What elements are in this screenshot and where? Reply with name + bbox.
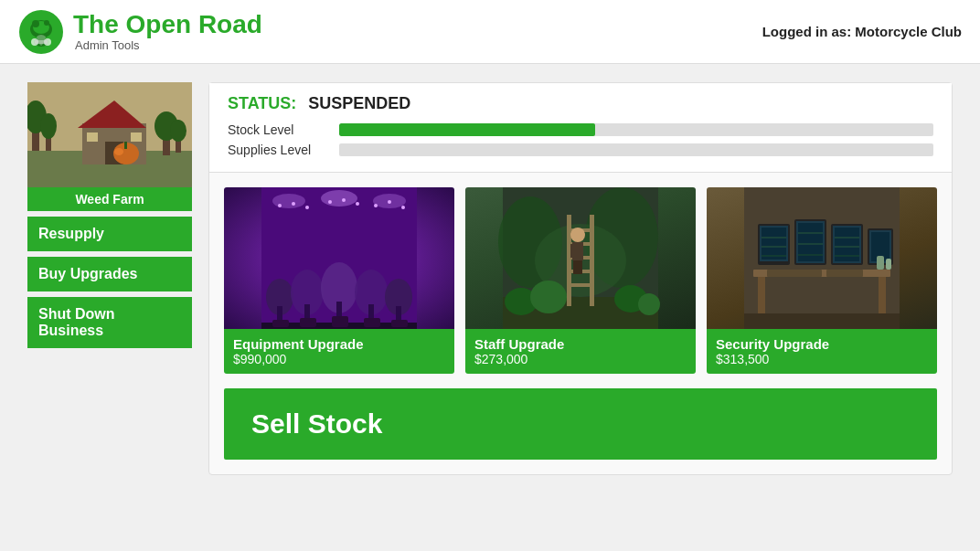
farm-scene-svg — [27, 82, 192, 187]
resupply-button[interactable]: Resupply — [27, 217, 192, 251]
security-upgrade-info: Security Upgrade $313,500 — [707, 329, 937, 374]
svg-rect-52 — [300, 318, 316, 327]
equipment-upgrade-name: Equipment Upgrade — [233, 336, 445, 352]
security-upgrade-name: Security Upgrade — [716, 336, 928, 352]
svg-rect-81 — [879, 277, 886, 313]
svg-point-37 — [374, 204, 378, 207]
svg-point-34 — [328, 200, 332, 204]
status-label: STATUS: — [228, 94, 296, 112]
svg-point-35 — [342, 198, 346, 202]
svg-point-31 — [278, 204, 282, 207]
staff-interior — [465, 187, 696, 329]
svg-point-4 — [44, 20, 49, 26]
login-user: Motorcycle Club — [855, 24, 962, 39]
svg-rect-51 — [272, 320, 289, 327]
equipment-upgrade-info: Equipment Upgrade $990,000 — [224, 329, 454, 374]
stock-level-label: Stock Level — [228, 122, 328, 137]
svg-point-38 — [388, 200, 391, 204]
svg-point-29 — [321, 190, 357, 207]
svg-point-3 — [32, 20, 39, 27]
security-upgrade-image — [707, 187, 937, 329]
svg-point-36 — [356, 202, 359, 206]
logo-icon — [18, 9, 64, 55]
svg-rect-90 — [798, 223, 823, 261]
status-bar: STATUS: SUSPENDED Stock Level Supplies L… — [209, 83, 952, 173]
svg-point-23 — [170, 120, 186, 142]
svg-point-32 — [292, 202, 295, 206]
equipment-upgrade-image — [224, 187, 454, 329]
svg-rect-105 — [877, 256, 884, 270]
security-interior — [707, 187, 937, 329]
status-value: SUSPENDED — [308, 94, 410, 112]
staff-upgrade-card[interactable]: Staff Upgrade $273,000 — [465, 187, 696, 374]
staff-upgrade-price: $273,000 — [474, 352, 687, 366]
supplies-level-row: Supplies Level — [228, 143, 933, 157]
svg-point-68 — [570, 228, 585, 242]
security-upgrade-price: $313,500 — [716, 352, 928, 366]
svg-point-14 — [40, 113, 57, 139]
app-title: The Open Road — [73, 11, 262, 39]
header-title-block: The Open Road Admin Tools — [73, 11, 262, 53]
svg-point-39 — [401, 206, 405, 209]
content-panel: STATUS: SUSPENDED Stock Level Supplies L… — [208, 82, 953, 475]
staff-upgrade-image — [465, 187, 696, 329]
svg-rect-71 — [579, 244, 583, 258]
status-line: STATUS: SUSPENDED — [228, 94, 933, 113]
login-info: Logged in as: Motorcycle Club — [762, 24, 962, 39]
stock-level-bar-fill — [339, 123, 595, 136]
svg-point-25 — [114, 148, 123, 155]
equipment-upgrade-card[interactable]: Equipment Upgrade $990,000 — [224, 187, 454, 374]
staff-upgrade-info: Staff Upgrade $273,000 — [465, 329, 696, 374]
svg-rect-8 — [35, 40, 48, 44]
shut-down-button[interactable]: Shut Down Business — [27, 297, 192, 348]
svg-rect-54 — [364, 318, 380, 327]
svg-point-77 — [638, 293, 660, 315]
sell-stock-button[interactable]: Sell Stock — [224, 388, 937, 460]
svg-rect-55 — [391, 320, 408, 327]
weed-farm-interior — [224, 187, 454, 329]
svg-rect-19 — [131, 132, 142, 142]
svg-rect-80 — [758, 277, 765, 313]
security-svg — [707, 187, 937, 329]
svg-rect-67 — [567, 283, 594, 287]
staff-upgrade-name: Staff Upgrade — [474, 336, 687, 352]
security-upgrade-card[interactable]: Security Upgrade $313,500 — [707, 187, 937, 374]
sidebar-image-wrapper — [27, 82, 192, 187]
staff-svg — [465, 187, 696, 329]
upgrades-row: Equipment Upgrade $990,000 — [209, 173, 952, 374]
supplies-level-bar-bg — [339, 143, 933, 156]
svg-rect-26 — [124, 142, 127, 149]
svg-rect-70 — [570, 244, 575, 258]
svg-rect-53 — [332, 316, 348, 327]
login-label: Logged in as: — [762, 24, 852, 39]
stock-level-bar-bg — [339, 123, 933, 136]
svg-point-75 — [530, 281, 567, 313]
header: The Open Road Admin Tools Logged in as: … — [0, 0, 980, 64]
svg-rect-104 — [826, 270, 863, 277]
svg-rect-84 — [762, 228, 786, 260]
weed-farm-svg — [224, 187, 454, 329]
svg-rect-103 — [767, 270, 822, 277]
svg-rect-72 — [573, 260, 578, 274]
app-subtitle: Admin Tools — [75, 38, 262, 52]
logo-area: The Open Road Admin Tools — [18, 9, 262, 55]
buy-upgrades-button[interactable]: Buy Upgrades — [27, 257, 192, 291]
sidebar: Weed Farm Resupply Buy Upgrades Shut Dow… — [27, 82, 192, 475]
stock-level-row: Stock Level — [228, 122, 933, 137]
main-content: Weed Farm Resupply Buy Upgrades Shut Dow… — [0, 64, 980, 493]
svg-rect-18 — [87, 132, 98, 142]
farm-image — [27, 82, 192, 187]
svg-rect-73 — [578, 260, 582, 274]
sidebar-business-name: Weed Farm — [27, 187, 192, 211]
svg-point-28 — [272, 194, 305, 208]
equipment-upgrade-price: $990,000 — [233, 352, 445, 366]
supplies-level-label: Supplies Level — [228, 143, 328, 157]
svg-point-33 — [305, 206, 309, 209]
svg-rect-106 — [886, 259, 891, 270]
svg-rect-107 — [744, 313, 900, 329]
